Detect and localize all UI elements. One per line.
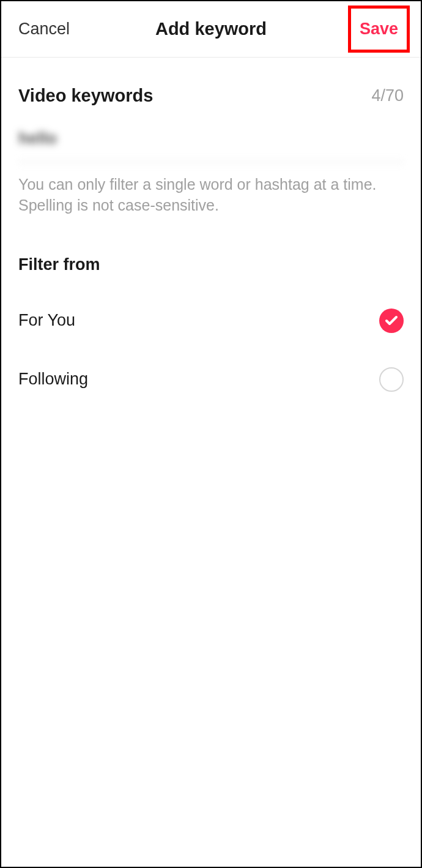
video-keywords-title: Video keywords [18, 86, 153, 106]
option-label: For You [18, 311, 75, 330]
character-counter: 4/70 [371, 86, 404, 105]
filter-option-for-you[interactable]: For You [18, 274, 404, 333]
keyword-input[interactable]: hello [18, 106, 404, 162]
cancel-button[interactable]: Cancel [18, 20, 70, 39]
option-label: Following [18, 370, 88, 389]
radio-unchecked-icon [379, 367, 404, 392]
checkmark-icon [379, 309, 404, 333]
page-title: Add keyword [155, 19, 267, 39]
video-keywords-header: Video keywords 4/70 [18, 58, 404, 106]
content-area: Video keywords 4/70 hello You can only f… [1, 58, 421, 392]
filter-from-title: Filter from [18, 216, 404, 274]
save-button[interactable]: Save [360, 20, 398, 39]
header-bar: Cancel Add keyword Save [1, 1, 421, 58]
filter-option-following[interactable]: Following [18, 333, 404, 392]
keyword-helper-text: You can only filter a single word or has… [18, 162, 404, 216]
save-highlight-box: Save [348, 6, 410, 53]
